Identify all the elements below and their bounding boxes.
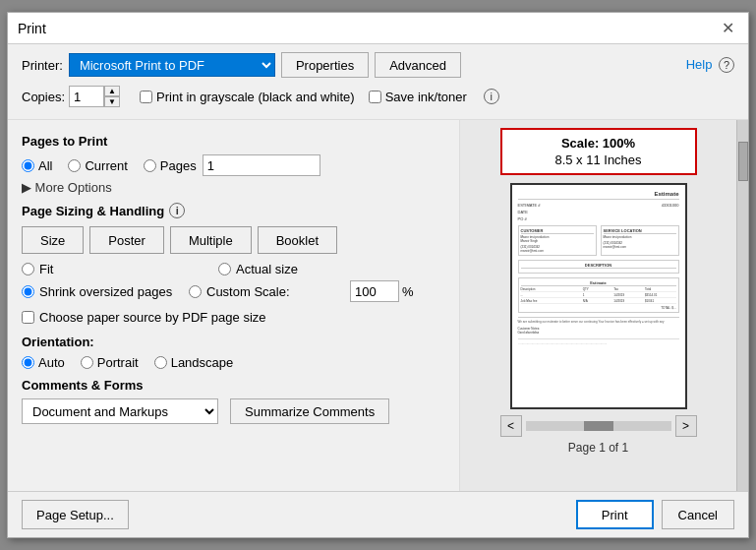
pages-radio[interactable]	[144, 159, 156, 172]
right-area: Scale: 100% 8.5 x 11 Inches Estimate EST…	[460, 120, 748, 491]
fit-radio[interactable]	[22, 263, 34, 275]
pages-radio-label[interactable]: Pages	[144, 158, 197, 173]
close-button[interactable]: ✕	[718, 19, 738, 37]
current-radio-label[interactable]: Current	[68, 158, 127, 173]
sizing-info-icon: i	[169, 203, 185, 218]
fit-row: Fit Actual size	[22, 262, 445, 276]
landscape-orientation-label[interactable]: Landscape	[154, 355, 234, 370]
custom-scale-radio[interactable]	[189, 285, 202, 298]
ink-checkbox[interactable]	[369, 91, 381, 103]
shrink-row: Shrink oversized pages Custom Scale: %	[22, 280, 445, 302]
grayscale-checkbox[interactable]	[140, 91, 152, 103]
all-radio-label[interactable]: All	[22, 158, 52, 173]
more-options[interactable]: ▶ More Options	[22, 180, 445, 195]
pages-section-title: Pages to Print	[22, 134, 445, 149]
current-radio[interactable]	[68, 159, 81, 172]
title-bar: Print ✕	[8, 13, 748, 44]
page-indicator: Page 1 of 1	[568, 441, 628, 455]
printer-select[interactable]: Microsoft Print to PDF	[69, 53, 275, 77]
comments-forms-section: Comments & Forms Document and Markups Su…	[22, 378, 445, 424]
orientation-title: Orientation:	[22, 335, 445, 349]
dialog-footer: Page Setup... Print Cancel	[8, 491, 748, 537]
dialog-body: Pages to Print All Current Pages ▶ More …	[8, 120, 748, 491]
scale-label: Scale: 100%	[516, 136, 681, 151]
copies-label: Copies:	[22, 90, 65, 104]
shrink-radio-label[interactable]: Shrink oversized pages	[22, 284, 179, 299]
auto-orientation-radio[interactable]	[22, 356, 34, 369]
size-label: 8.5 x 11 Inches	[516, 153, 681, 167]
copies-input[interactable]	[69, 86, 104, 107]
preview-scrollbar: < >	[500, 415, 697, 437]
scroll-track[interactable]	[526, 421, 671, 431]
right-scrollbar[interactable]	[736, 120, 748, 491]
size-button[interactable]: Size	[22, 226, 84, 254]
orientation-radio-group: Auto Portrait Landscape	[22, 355, 445, 370]
print-dialog: Print ✕ Printer: Microsoft Print to PDF …	[7, 12, 749, 538]
copies-spinner: ▲ ▼	[104, 86, 120, 107]
summarize-button[interactable]: Summarize Comments	[230, 398, 389, 424]
properties-button[interactable]: Properties	[281, 52, 369, 78]
orientation-section: Orientation: Auto Portrait Landscape	[22, 335, 445, 370]
right-scroll-thumb	[738, 142, 748, 181]
right-panel: Scale: 100% 8.5 x 11 Inches Estimate EST…	[460, 120, 736, 491]
size-buttons: Size Poster Multiple Booklet	[22, 226, 445, 254]
scale-input[interactable]	[350, 280, 399, 302]
portrait-orientation-label[interactable]: Portrait	[81, 355, 139, 370]
printer-row: Printer: Microsoft Print to PDF Properti…	[22, 52, 734, 78]
paper-source-checkbox[interactable]	[22, 311, 34, 324]
printer-label: Printer:	[22, 58, 63, 73]
actual-size-radio[interactable]	[218, 263, 231, 275]
comments-row: Document and Markups Summarize Comments	[22, 398, 445, 424]
paper-source-row: Choose paper source by PDF page size	[22, 310, 445, 325]
actual-size-radio-label[interactable]: Actual size	[218, 262, 376, 276]
help-icon: ?	[719, 57, 734, 73]
booklet-button[interactable]: Booklet	[258, 226, 337, 254]
multiple-button[interactable]: Multiple	[170, 226, 252, 254]
cancel-button[interactable]: Cancel	[662, 500, 734, 529]
comments-select[interactable]: Document and Markups	[22, 398, 218, 424]
preview-content: Estimate ESTIMATE #43301000 DATE PO #	[512, 185, 685, 407]
ink-info-icon: i	[484, 89, 499, 104]
sizing-radios: Fit Actual size Shrink oversized pages C…	[22, 262, 445, 302]
pages-radio-group: All Current Pages	[22, 154, 445, 176]
comments-forms-title: Comments & Forms	[22, 378, 445, 393]
scroll-right-button[interactable]: >	[675, 415, 697, 437]
portrait-orientation-radio[interactable]	[81, 356, 93, 369]
auto-orientation-label[interactable]: Auto	[22, 355, 65, 370]
ink-checkbox-label[interactable]: Save ink/toner	[369, 90, 467, 104]
all-radio[interactable]	[22, 159, 34, 172]
copies-up[interactable]: ▲	[104, 86, 120, 96]
print-button[interactable]: Print	[576, 500, 654, 529]
copies-row: Copies: ▲ ▼ Print in grayscale (black an…	[22, 86, 734, 107]
page-setup-button[interactable]: Page Setup...	[22, 500, 129, 529]
copies-down[interactable]: ▼	[104, 96, 120, 107]
preview-image: Estimate ESTIMATE #43301000 DATE PO #	[510, 183, 687, 409]
shrink-radio[interactable]	[22, 285, 34, 298]
custom-scale-radio-label[interactable]: Custom Scale:	[189, 284, 346, 299]
landscape-orientation-radio[interactable]	[154, 356, 167, 369]
left-panel: Pages to Print All Current Pages ▶ More …	[8, 120, 460, 491]
dialog-title: Print	[18, 21, 46, 36]
advanced-button[interactable]: Advanced	[375, 52, 461, 78]
help-link[interactable]: Help ?	[686, 57, 734, 74]
grayscale-checkbox-label[interactable]: Print in grayscale (black and white)	[140, 90, 355, 104]
sizing-section-title: Page Sizing & Handling i	[22, 203, 445, 218]
scale-box: Scale: 100% 8.5 x 11 Inches	[500, 128, 697, 175]
scroll-left-button[interactable]: <	[500, 415, 522, 437]
poster-button[interactable]: Poster	[89, 226, 164, 254]
fit-radio-label[interactable]: Fit	[22, 262, 179, 276]
scroll-thumb	[584, 421, 613, 431]
pages-input[interactable]	[203, 154, 320, 176]
footer-buttons: Print Cancel	[576, 500, 734, 529]
